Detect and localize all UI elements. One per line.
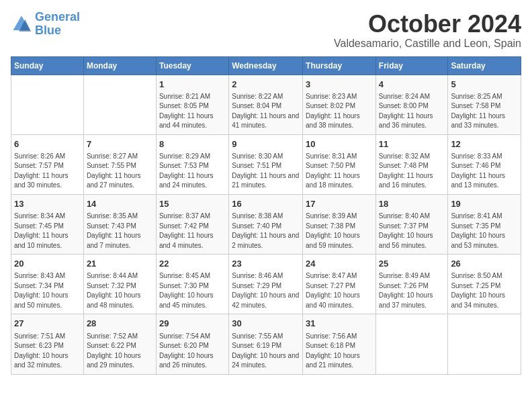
day-info: Sunrise: 8:34 AM Sunset: 7:45 PM Dayligh… — [14, 212, 81, 250]
day-number: 26 — [451, 258, 518, 270]
calendar-cell: 11Sunrise: 8:32 AM Sunset: 7:48 PM Dayli… — [375, 134, 448, 194]
week-row-4: 20Sunrise: 8:43 AM Sunset: 7:34 PM Dayli… — [11, 255, 521, 314]
day-info: Sunrise: 8:41 AM Sunset: 7:35 PM Dayligh… — [451, 212, 518, 250]
day-info: Sunrise: 8:43 AM Sunset: 7:34 PM Dayligh… — [14, 271, 81, 310]
day-number: 15 — [159, 198, 226, 210]
day-info: Sunrise: 8:25 AM Sunset: 7:58 PM Dayligh… — [451, 92, 518, 131]
day-number: 5 — [451, 79, 518, 91]
day-number: 29 — [159, 318, 226, 330]
logo: General Blue — [11, 11, 80, 38]
day-info: Sunrise: 7:52 AM Sunset: 6:22 PM Dayligh… — [87, 332, 153, 371]
day-info: Sunrise: 8:30 AM Sunset: 7:51 PM Dayligh… — [232, 152, 300, 191]
day-number: 6 — [14, 138, 81, 150]
day-number: 7 — [87, 138, 153, 150]
calendar-cell: 7Sunrise: 8:27 AM Sunset: 7:55 PM Daylig… — [83, 134, 156, 194]
calendar-cell: 14Sunrise: 8:35 AM Sunset: 7:43 PM Dayli… — [83, 194, 156, 254]
day-info: Sunrise: 8:33 AM Sunset: 7:46 PM Dayligh… — [451, 152, 518, 191]
title-block: October 2024 Valdesamario, Castille and … — [334, 11, 521, 50]
calendar-cell: 23Sunrise: 8:46 AM Sunset: 7:29 PM Dayli… — [229, 255, 303, 314]
location-title: Valdesamario, Castille and Leon, Spain — [334, 38, 521, 50]
calendar-cell: 31Sunrise: 7:56 AM Sunset: 6:18 PM Dayli… — [303, 314, 376, 374]
calendar-cell: 2Sunrise: 8:22 AM Sunset: 8:04 PM Daylig… — [229, 75, 303, 134]
day-number: 20 — [14, 258, 81, 270]
day-info: Sunrise: 8:40 AM Sunset: 7:37 PM Dayligh… — [379, 212, 445, 250]
calendar-cell: 29Sunrise: 7:54 AM Sunset: 6:20 PM Dayli… — [156, 314, 228, 374]
week-row-1: 1Sunrise: 8:21 AM Sunset: 8:05 PM Daylig… — [11, 75, 521, 134]
day-number: 17 — [306, 198, 373, 210]
calendar-cell: 1Sunrise: 8:21 AM Sunset: 8:05 PM Daylig… — [156, 75, 228, 134]
day-number: 8 — [159, 138, 226, 150]
calendar-cell: 22Sunrise: 8:45 AM Sunset: 7:30 PM Dayli… — [156, 255, 228, 314]
day-info: Sunrise: 8:50 AM Sunset: 7:25 PM Dayligh… — [451, 271, 518, 310]
day-number: 25 — [379, 258, 445, 270]
calendar-cell: 26Sunrise: 8:50 AM Sunset: 7:25 PM Dayli… — [448, 255, 521, 314]
day-number: 24 — [306, 258, 373, 270]
calendar-cell: 24Sunrise: 8:47 AM Sunset: 7:27 PM Dayli… — [303, 255, 376, 314]
day-number: 22 — [159, 258, 226, 270]
day-info: Sunrise: 8:21 AM Sunset: 8:05 PM Dayligh… — [159, 92, 226, 131]
weekday-header-monday: Monday — [83, 56, 156, 75]
calendar-cell — [83, 75, 156, 134]
calendar-cell: 19Sunrise: 8:41 AM Sunset: 7:35 PM Dayli… — [448, 194, 521, 254]
weekday-header-row: SundayMondayTuesdayWednesdayThursdayFrid… — [11, 56, 521, 75]
day-number: 21 — [87, 258, 153, 270]
weekday-header-friday: Friday — [375, 56, 448, 75]
calendar-cell: 5Sunrise: 8:25 AM Sunset: 7:58 PM Daylig… — [448, 75, 521, 134]
day-number: 28 — [87, 318, 153, 330]
calendar-cell: 30Sunrise: 7:55 AM Sunset: 6:19 PM Dayli… — [229, 314, 303, 374]
logo-text: General Blue — [35, 11, 80, 38]
calendar-cell: 9Sunrise: 8:30 AM Sunset: 7:51 PM Daylig… — [229, 134, 303, 194]
day-number: 12 — [451, 138, 518, 150]
calendar-cell: 27Sunrise: 7:51 AM Sunset: 6:23 PM Dayli… — [11, 314, 84, 374]
day-number: 30 — [232, 318, 300, 330]
day-info: Sunrise: 8:44 AM Sunset: 7:32 PM Dayligh… — [87, 271, 153, 310]
week-row-5: 27Sunrise: 7:51 AM Sunset: 6:23 PM Dayli… — [11, 314, 521, 374]
day-info: Sunrise: 8:23 AM Sunset: 8:02 PM Dayligh… — [306, 92, 373, 131]
day-info: Sunrise: 8:38 AM Sunset: 7:40 PM Dayligh… — [232, 212, 300, 250]
day-info: Sunrise: 8:29 AM Sunset: 7:53 PM Dayligh… — [159, 152, 226, 191]
calendar-cell: 13Sunrise: 8:34 AM Sunset: 7:45 PM Dayli… — [11, 194, 84, 254]
day-number: 3 — [306, 79, 373, 91]
day-info: Sunrise: 8:49 AM Sunset: 7:26 PM Dayligh… — [379, 271, 445, 310]
day-info: Sunrise: 8:45 AM Sunset: 7:30 PM Dayligh… — [159, 271, 226, 310]
day-info: Sunrise: 8:39 AM Sunset: 7:38 PM Dayligh… — [306, 212, 373, 250]
calendar-cell: 18Sunrise: 8:40 AM Sunset: 7:37 PM Dayli… — [375, 194, 448, 254]
day-info: Sunrise: 8:47 AM Sunset: 7:27 PM Dayligh… — [306, 271, 373, 310]
day-info: Sunrise: 7:56 AM Sunset: 6:18 PM Dayligh… — [306, 332, 373, 371]
week-row-2: 6Sunrise: 8:26 AM Sunset: 7:57 PM Daylig… — [11, 134, 521, 194]
calendar-cell: 12Sunrise: 8:33 AM Sunset: 7:46 PM Dayli… — [448, 134, 521, 194]
day-number: 31 — [306, 318, 373, 330]
day-info: Sunrise: 7:51 AM Sunset: 6:23 PM Dayligh… — [14, 332, 81, 371]
calendar-cell: 15Sunrise: 8:37 AM Sunset: 7:42 PM Dayli… — [156, 194, 228, 254]
day-number: 27 — [14, 318, 81, 330]
day-info: Sunrise: 7:55 AM Sunset: 6:19 PM Dayligh… — [232, 332, 300, 371]
day-number: 1 — [159, 79, 226, 91]
calendar-cell: 28Sunrise: 7:52 AM Sunset: 6:22 PM Dayli… — [83, 314, 156, 374]
day-number: 11 — [379, 138, 445, 150]
calendar-cell: 20Sunrise: 8:43 AM Sunset: 7:34 PM Dayli… — [11, 255, 84, 314]
calendar-cell: 4Sunrise: 8:24 AM Sunset: 8:00 PM Daylig… — [375, 75, 448, 134]
weekday-header-sunday: Sunday — [11, 56, 84, 75]
month-title: October 2024 — [334, 11, 521, 38]
page-header: General Blue October 2024 Valdesamario, … — [11, 11, 521, 50]
weekday-header-saturday: Saturday — [448, 56, 521, 75]
day-number: 16 — [232, 198, 300, 210]
calendar-cell: 21Sunrise: 8:44 AM Sunset: 7:32 PM Dayli… — [83, 255, 156, 314]
day-number: 2 — [232, 79, 300, 91]
day-info: Sunrise: 8:32 AM Sunset: 7:48 PM Dayligh… — [379, 152, 445, 191]
day-number: 18 — [379, 198, 445, 210]
calendar-cell: 6Sunrise: 8:26 AM Sunset: 7:57 PM Daylig… — [11, 134, 84, 194]
day-number: 14 — [87, 198, 153, 210]
day-info: Sunrise: 8:27 AM Sunset: 7:55 PM Dayligh… — [87, 152, 153, 191]
calendar-cell — [11, 75, 84, 134]
calendar-cell: 25Sunrise: 8:49 AM Sunset: 7:26 PM Dayli… — [375, 255, 448, 314]
day-number: 23 — [232, 258, 300, 270]
week-row-3: 13Sunrise: 8:34 AM Sunset: 7:45 PM Dayli… — [11, 194, 521, 254]
day-number: 19 — [451, 198, 518, 210]
day-info: Sunrise: 7:54 AM Sunset: 6:20 PM Dayligh… — [159, 332, 226, 371]
calendar-cell: 10Sunrise: 8:31 AM Sunset: 7:50 PM Dayli… — [303, 134, 376, 194]
weekday-header-wednesday: Wednesday — [229, 56, 303, 75]
calendar-cell: 8Sunrise: 8:29 AM Sunset: 7:53 PM Daylig… — [156, 134, 228, 194]
weekday-header-tuesday: Tuesday — [156, 56, 228, 75]
day-info: Sunrise: 8:26 AM Sunset: 7:57 PM Dayligh… — [14, 152, 81, 191]
